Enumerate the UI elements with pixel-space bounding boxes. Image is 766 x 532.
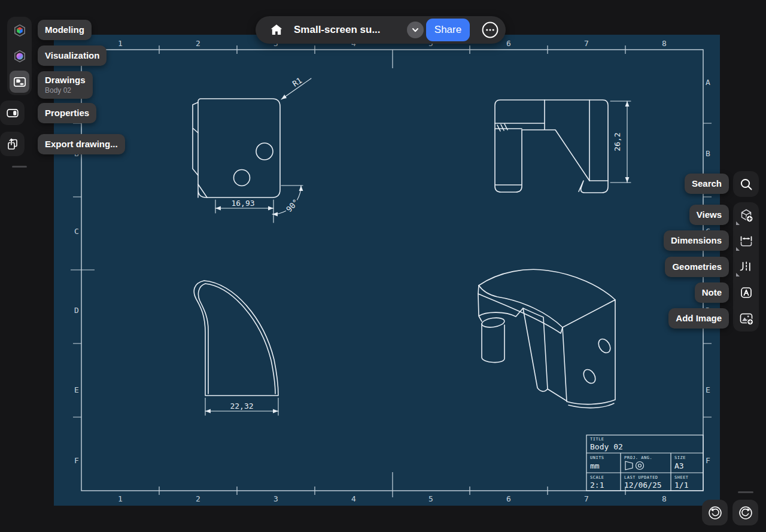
- note-icon: [739, 285, 753, 300]
- export-drawing-button[interactable]: [0, 132, 25, 156]
- svg-text:8: 8: [662, 39, 667, 48]
- svg-text:F: F: [706, 456, 710, 465]
- svg-text:2: 2: [196, 39, 200, 48]
- svg-text:D: D: [74, 306, 79, 315]
- note-button[interactable]: [733, 279, 759, 305]
- tooltip-visualization: Visualization: [38, 45, 107, 66]
- tooltip-views-label: Views: [697, 209, 722, 220]
- modeling-button[interactable]: [7, 17, 32, 43]
- svg-text:B: B: [706, 149, 710, 158]
- svg-text:22,32: 22,32: [230, 402, 253, 411]
- svg-text:PROJ. ANG.: PROJ. ANG.: [624, 455, 652, 460]
- redo-button[interactable]: [732, 500, 758, 525]
- views-button[interactable]: [733, 202, 759, 228]
- home-icon[interactable]: [269, 23, 284, 37]
- svg-text:2:1: 2:1: [590, 481, 604, 490]
- share-button[interactable]: Share: [426, 19, 470, 41]
- projection-angle-icon: [625, 461, 644, 470]
- svg-text:12/06/25: 12/06/25: [624, 481, 662, 490]
- views-cube-icon: [738, 208, 754, 223]
- tooltip-properties: Properties: [38, 103, 96, 123]
- svg-text:UNITS: UNITS: [590, 455, 604, 460]
- svg-text:3: 3: [273, 494, 278, 503]
- annotation-tools-group: [733, 202, 759, 332]
- properties-button[interactable]: [0, 101, 25, 125]
- svg-text:A3: A3: [674, 461, 684, 470]
- drawing-view-side[interactable]: 26,2: [495, 100, 631, 193]
- chevron-down-icon: [411, 26, 420, 34]
- svg-text:16,93: 16,93: [231, 199, 254, 208]
- svg-text:6: 6: [506, 494, 511, 503]
- svg-text:C: C: [74, 227, 79, 236]
- svg-text:Body 02: Body 02: [590, 442, 623, 451]
- redo-icon: [737, 504, 755, 522]
- tooltip-visualization-label: Visualization: [45, 50, 99, 60]
- more-options-button[interactable]: [482, 22, 498, 38]
- sheet-frame: 1 2 3 4 5 6 7 8 1 2 3 4 5 6 7: [71, 39, 714, 503]
- svg-text:TITLE: TITLE: [590, 437, 604, 442]
- tooltip-dimensions: Dimensions: [664, 230, 729, 251]
- tooltip-add-image: Add Image: [668, 308, 729, 329]
- export-share-icon: [5, 137, 20, 151]
- svg-text:mm: mm: [590, 461, 600, 470]
- tooltip-search: Search: [685, 174, 729, 194]
- drawing-view-front[interactable]: R1 16,93 90°: [193, 76, 311, 223]
- tooltip-note-label: Note: [702, 287, 722, 297]
- drawing-view-profile[interactable]: 22,32: [194, 281, 278, 415]
- svg-text:2: 2: [196, 494, 200, 503]
- svg-text:26,2: 26,2: [613, 132, 622, 151]
- geometries-options-indicator: [736, 273, 740, 276]
- bottom-rail-drag-handle[interactable]: [738, 491, 753, 493]
- add-image-button[interactable]: [733, 305, 759, 331]
- svg-text:8: 8: [662, 494, 667, 503]
- svg-text:SIZE: SIZE: [674, 455, 686, 460]
- undo-button[interactable]: [702, 500, 728, 525]
- svg-text:90°: 90°: [284, 197, 300, 214]
- tooltip-geometries-label: Geometries: [672, 262, 722, 272]
- tooltip-search-label: Search: [692, 178, 722, 189]
- geometries-icon: [739, 260, 753, 274]
- tooltip-add-image-label: Add Image: [676, 313, 722, 323]
- tooltip-views: Views: [689, 205, 729, 225]
- svg-text:SCALE: SCALE: [590, 475, 604, 480]
- tooltip-properties-label: Properties: [45, 108, 89, 118]
- title-menu-button[interactable]: [407, 22, 424, 38]
- drawing-view-isometric[interactable]: [478, 269, 615, 408]
- svg-text:1/1: 1/1: [674, 481, 688, 490]
- tooltip-dimensions-label: Dimensions: [671, 235, 722, 245]
- visualization-sphere-icon: [13, 49, 27, 63]
- modeling-cube-icon: [13, 23, 27, 38]
- dimensions-button[interactable]: [733, 228, 759, 254]
- drawing-canvas[interactable]: 1 2 3 4 5 6 7 8 1 2 3 4 5 6 7: [54, 35, 720, 506]
- svg-text:4: 4: [351, 494, 356, 503]
- svg-text:E: E: [706, 385, 710, 394]
- svg-text:R1: R1: [291, 76, 303, 89]
- drawing-sheet[interactable]: 1 2 3 4 5 6 7 8 1 2 3 4 5 6 7: [54, 35, 720, 506]
- document-title[interactable]: Small-screen su...: [294, 16, 381, 44]
- title-block[interactable]: TITLE Body 02 UNITS mm PROJ. ANG. SIZE A…: [586, 435, 703, 491]
- drawings-button[interactable]: [7, 69, 32, 95]
- tooltip-modeling: Modeling: [38, 20, 92, 40]
- views-options-indicator: [736, 221, 740, 225]
- svg-text:F: F: [74, 456, 79, 465]
- svg-text:6: 6: [506, 39, 511, 48]
- dimensions-icon: [739, 234, 753, 248]
- svg-text:7: 7: [584, 494, 589, 503]
- svg-text:A: A: [706, 78, 710, 87]
- search-button[interactable]: [733, 171, 759, 197]
- svg-text:5: 5: [428, 494, 433, 503]
- share-button-label: Share: [434, 24, 461, 36]
- svg-text:1: 1: [118, 39, 123, 48]
- app-window: 1 2 3 4 5 6 7 8 1 2 3 4 5 6 7: [0, 0, 766, 532]
- tooltip-note: Note: [695, 282, 729, 303]
- visualization-button[interactable]: [7, 43, 32, 69]
- dimensions-options-indicator: [736, 247, 740, 251]
- add-image-icon: [738, 311, 754, 326]
- tooltip-drawings-sublabel: Body 02: [45, 86, 86, 95]
- geometries-button[interactable]: [733, 254, 759, 279]
- tooltip-drawings-label: Drawings: [45, 74, 86, 86]
- tooltip-drawings: Drawings Body 02: [38, 71, 93, 99]
- left-rail-drag-handle[interactable]: [12, 166, 27, 168]
- tooltip-export-drawing-label: Export drawing...: [45, 139, 118, 149]
- search-icon: [739, 177, 753, 191]
